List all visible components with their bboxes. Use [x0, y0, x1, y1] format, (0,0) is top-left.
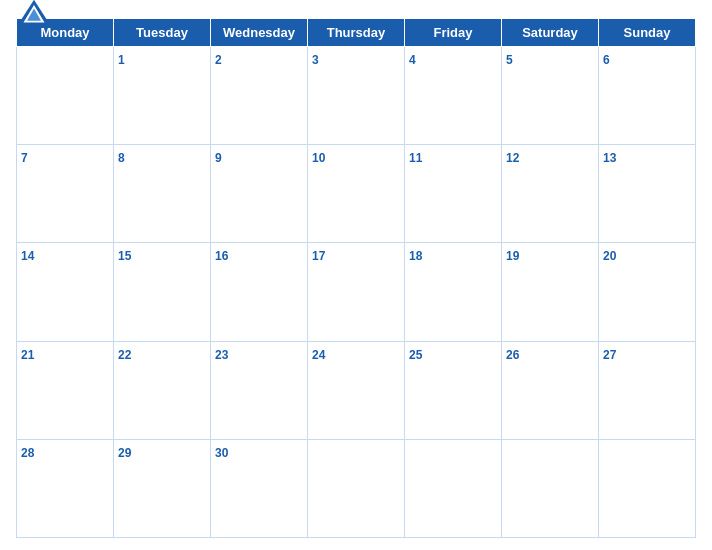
- logo: [16, 0, 52, 26]
- calendar-day-cell: 12: [502, 145, 599, 243]
- calendar-day-cell: 18: [405, 243, 502, 341]
- calendar-day-cell: 29: [114, 439, 211, 537]
- day-number: 25: [409, 348, 422, 362]
- calendar-day-cell: 14: [17, 243, 114, 341]
- weekday-header: Tuesday: [114, 19, 211, 47]
- calendar-week-row: 14151617181920: [17, 243, 696, 341]
- weekday-header-row: MondayTuesdayWednesdayThursdayFridaySatu…: [17, 19, 696, 47]
- day-number: 30: [215, 446, 228, 460]
- day-number: 18: [409, 249, 422, 263]
- day-number: 4: [409, 53, 416, 67]
- calendar-day-cell: 20: [599, 243, 696, 341]
- calendar-day-cell: 17: [308, 243, 405, 341]
- calendar-day-cell: 1: [114, 47, 211, 145]
- calendar-day-cell: [599, 439, 696, 537]
- calendar-day-cell: 11: [405, 145, 502, 243]
- day-number: 10: [312, 151, 325, 165]
- calendar-week-row: 123456: [17, 47, 696, 145]
- calendar-day-cell: 22: [114, 341, 211, 439]
- day-number: 27: [603, 348, 616, 362]
- calendar-day-cell: 10: [308, 145, 405, 243]
- day-number: 2: [215, 53, 222, 67]
- calendar-week-row: 282930: [17, 439, 696, 537]
- calendar-week-row: 78910111213: [17, 145, 696, 243]
- day-number: 5: [506, 53, 513, 67]
- day-number: 6: [603, 53, 610, 67]
- calendar-table: MondayTuesdayWednesdayThursdayFridaySatu…: [16, 18, 696, 538]
- calendar-week-row: 21222324252627: [17, 341, 696, 439]
- calendar-day-cell: 24: [308, 341, 405, 439]
- calendar-day-cell: 6: [599, 47, 696, 145]
- calendar-day-cell: 21: [17, 341, 114, 439]
- day-number: 14: [21, 249, 34, 263]
- calendar-day-cell: 8: [114, 145, 211, 243]
- day-number: 1: [118, 53, 125, 67]
- day-number: 24: [312, 348, 325, 362]
- day-number: 7: [21, 151, 28, 165]
- day-number: 26: [506, 348, 519, 362]
- day-number: 21: [21, 348, 34, 362]
- calendar-day-cell: 23: [211, 341, 308, 439]
- day-number: 3: [312, 53, 319, 67]
- day-number: 17: [312, 249, 325, 263]
- calendar-day-cell: 30: [211, 439, 308, 537]
- weekday-header: Wednesday: [211, 19, 308, 47]
- weekday-header: Saturday: [502, 19, 599, 47]
- weekday-header: Thursday: [308, 19, 405, 47]
- calendar-day-cell: 3: [308, 47, 405, 145]
- calendar-day-cell: 19: [502, 243, 599, 341]
- day-number: 19: [506, 249, 519, 263]
- calendar-day-cell: 26: [502, 341, 599, 439]
- calendar-day-cell: 9: [211, 145, 308, 243]
- calendar-day-cell: [502, 439, 599, 537]
- day-number: 29: [118, 446, 131, 460]
- calendar-day-cell: 15: [114, 243, 211, 341]
- day-number: 16: [215, 249, 228, 263]
- calendar-day-cell: 25: [405, 341, 502, 439]
- calendar-day-cell: 4: [405, 47, 502, 145]
- day-number: 8: [118, 151, 125, 165]
- calendar-day-cell: 28: [17, 439, 114, 537]
- calendar-day-cell: 5: [502, 47, 599, 145]
- day-number: 22: [118, 348, 131, 362]
- day-number: 15: [118, 249, 131, 263]
- calendar-day-cell: [405, 439, 502, 537]
- calendar-day-cell: 13: [599, 145, 696, 243]
- weekday-header: Sunday: [599, 19, 696, 47]
- calendar-day-cell: 2: [211, 47, 308, 145]
- day-number: 9: [215, 151, 222, 165]
- calendar-day-cell: [308, 439, 405, 537]
- calendar-day-cell: [17, 47, 114, 145]
- day-number: 23: [215, 348, 228, 362]
- day-number: 28: [21, 446, 34, 460]
- calendar-day-cell: 27: [599, 341, 696, 439]
- calendar-day-cell: 16: [211, 243, 308, 341]
- weekday-header: Friday: [405, 19, 502, 47]
- calendar-day-cell: 7: [17, 145, 114, 243]
- day-number: 13: [603, 151, 616, 165]
- day-number: 20: [603, 249, 616, 263]
- day-number: 12: [506, 151, 519, 165]
- day-number: 11: [409, 151, 422, 165]
